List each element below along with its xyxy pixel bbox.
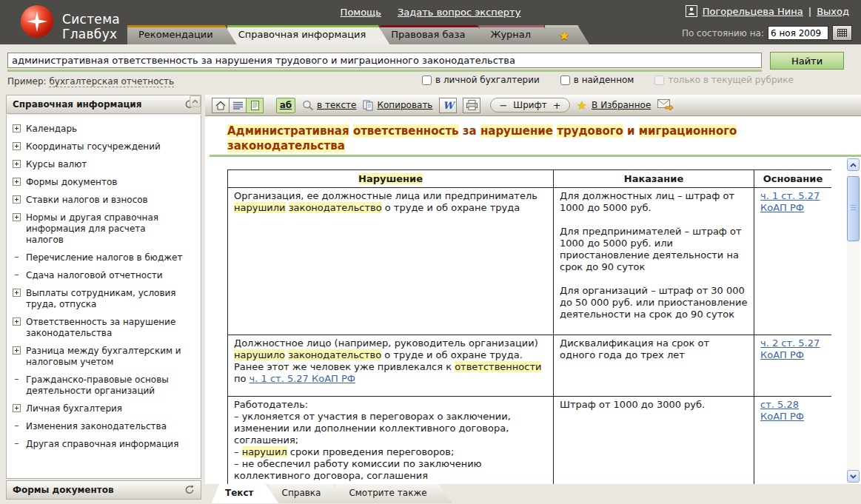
list-icon <box>233 101 243 110</box>
word-export-button[interactable]: W <box>439 98 457 113</box>
scroll-up-button[interactable] <box>847 158 860 171</box>
favorites-link[interactable]: В Избранное <box>592 100 651 110</box>
sidebar-item-5[interactable]: Нормы и другая справочная информация для… <box>13 212 186 246</box>
ask-expert-link[interactable]: Задать вопрос эксперту <box>398 7 520 18</box>
word-icon: W <box>443 100 454 111</box>
table-body: Организация, ее должностные лица или пре… <box>228 188 832 485</box>
legal-reference-link[interactable]: ч. 2 ст. 5.27 КоАП РФ <box>760 337 820 360</box>
legal-reference-link[interactable]: ч. 1 ст. 5.27 КоАП РФ <box>249 373 355 384</box>
expand-plus-icon[interactable] <box>13 289 21 297</box>
scroll-down-button[interactable] <box>847 470 860 483</box>
highlighted-text: законодательство <box>289 202 382 213</box>
tab-2[interactable]: Правовая база <box>380 25 489 44</box>
document-icon <box>251 101 259 110</box>
sidebar-item-7[interactable]: –Сдача налоговой отчетности <box>13 270 186 281</box>
legal-reference-link[interactable]: ст. 5.28 КоАП РФ <box>760 399 804 422</box>
expand-plus-icon[interactable] <box>13 213 21 221</box>
print-button[interactable] <box>463 98 480 113</box>
expand-plus-icon[interactable] <box>13 195 21 204</box>
text: сроки проведения переговоров; <box>287 446 455 457</box>
text: – не обеспечил работу комиссии по заключ… <box>234 458 482 481</box>
sidebar-item-label: Разница между бухгалтерским и налоговым … <box>26 346 186 368</box>
list-view-button[interactable] <box>229 98 247 113</box>
sidebar-item-8[interactable]: Выплаты сотрудникам, условия труда, отпу… <box>13 288 186 310</box>
table-cell: Штраф от 1000 до 3000 руб. <box>554 397 754 485</box>
tab-1[interactable]: Справочная информация <box>227 25 390 44</box>
table-cell: Для должностных лиц – штраф от 1000 до 5… <box>554 188 754 335</box>
sidebar-scroll-up-button[interactable] <box>190 95 201 107</box>
sidebar-item-12[interactable]: Личная бухгалтерия <box>13 403 186 414</box>
home-button[interactable] <box>212 98 230 113</box>
checkbox-input[interactable] <box>422 75 432 85</box>
filter-checkbox-2: только в текущей рубрике <box>654 75 794 85</box>
checkbox-input[interactable] <box>560 75 570 85</box>
tab-0[interactable]: Рекомендации <box>127 25 237 44</box>
sidebar-item-2[interactable]: Курсы валют <box>13 159 186 170</box>
sidebar-item-9[interactable]: Ответственность за нарушение законодател… <box>13 317 186 339</box>
sidebar-item-4[interactable]: Ставки налогов и взносов <box>13 195 186 206</box>
paragraph: – нарушил сроки проведения переговоров; <box>234 446 547 458</box>
bottom-tab-1[interactable]: Справка <box>269 484 346 503</box>
filter-checkbox-0[interactable]: в личной бухгалтерии <box>422 75 540 85</box>
find-button[interactable]: Найти <box>770 52 844 70</box>
column-header-label: Нарушение <box>358 173 423 184</box>
sidebar-item-10[interactable]: Разница между бухгалтерским и налоговым … <box>13 346 186 368</box>
help-link[interactable]: Помощь <box>341 7 381 18</box>
scrollbar-thumb[interactable] <box>847 176 860 241</box>
send-mail-button[interactable] <box>657 99 674 111</box>
tab-3[interactable]: Журнал <box>479 25 555 44</box>
text: – <box>234 446 242 457</box>
paragraph <box>560 214 748 226</box>
sidebar-item-14[interactable]: –Другая справочная информация <box>13 439 186 450</box>
expand-plus-icon[interactable] <box>13 124 21 132</box>
bottom-tab-2[interactable]: Смотрите также <box>335 484 452 503</box>
paragraph: ч. 2 ст. 5.27 КоАП РФ <box>760 337 825 361</box>
user-name-link[interactable]: Погорельцева Нина <box>703 6 803 17</box>
sidebar-item-13[interactable]: –Изменения законодательства <box>13 421 186 432</box>
search-input[interactable] <box>7 53 762 68</box>
sidebar-item-label: Формы документов <box>26 177 117 188</box>
highlighted-text: нарушение <box>480 124 553 138</box>
document-view-button[interactable] <box>246 98 264 113</box>
as-of-date-input[interactable] <box>768 26 828 40</box>
filter-checkbox-1[interactable]: в найденном <box>560 75 634 85</box>
example-link[interactable]: бухгалтерская отчетность <box>49 76 174 87</box>
in-text-link[interactable]: в тексте <box>317 100 356 110</box>
expand-plus-icon[interactable] <box>13 142 21 150</box>
app-title: Система Главбух <box>62 12 120 41</box>
sidebar-item-0[interactable]: Календарь <box>13 124 186 135</box>
logout-link[interactable]: Выход <box>817 6 849 17</box>
sidebar-item-1[interactable]: Координаты госучреждений <box>13 141 186 152</box>
table-cell: ст. 5.28 КоАП РФ <box>754 397 832 485</box>
document-title: Административная ответственность за нару… <box>227 124 764 153</box>
document-scrollbar[interactable] <box>847 158 860 483</box>
leaf-dash-icon: – <box>13 374 21 397</box>
calendar-button[interactable] <box>832 25 852 41</box>
legal-reference-link[interactable]: ч. 1 ст. 5.27 КоАП РФ <box>760 190 820 213</box>
expand-plus-icon[interactable] <box>13 346 21 355</box>
paragraph: Штраф от 1000 до 3000 руб. <box>560 399 748 411</box>
expand-plus-icon[interactable] <box>13 404 21 412</box>
ab-highlight-button[interactable]: аб <box>276 98 295 113</box>
paragraph: Для организаций – штраф от 30 000 до 50 … <box>560 285 748 320</box>
font-decrease-button[interactable]: − <box>499 101 507 110</box>
font-increase-button[interactable]: + <box>553 101 561 110</box>
copy-icon <box>363 100 374 111</box>
highlighted-text: законодательство <box>288 349 381 360</box>
sidebar-item-11[interactable]: –Гражданско-правовые основы деятельности… <box>13 374 186 397</box>
expand-plus-icon[interactable] <box>13 178 21 186</box>
favorites-star-icon: ★ <box>577 98 587 112</box>
sidebar-item-3[interactable]: Формы документов <box>13 177 186 188</box>
tab-label: Рекомендации <box>138 29 213 40</box>
refresh-icon[interactable] <box>184 485 195 495</box>
sidebar-item-6[interactable]: –Перечисление налогов в бюджет <box>13 252 186 263</box>
leaf-dash-icon: – <box>13 252 21 263</box>
logo-sphere-icon <box>21 5 53 38</box>
highlighted-text: законодательства <box>227 139 345 152</box>
expand-plus-icon[interactable] <box>13 160 21 168</box>
copy-link[interactable]: Копировать <box>377 100 432 110</box>
sidebar-footer[interactable]: Формы документов <box>6 480 201 500</box>
checkbox-input <box>654 75 664 85</box>
expand-plus-icon[interactable] <box>13 317 21 326</box>
sidebar: Справочная информация КалендарьКоординат… <box>6 95 201 500</box>
